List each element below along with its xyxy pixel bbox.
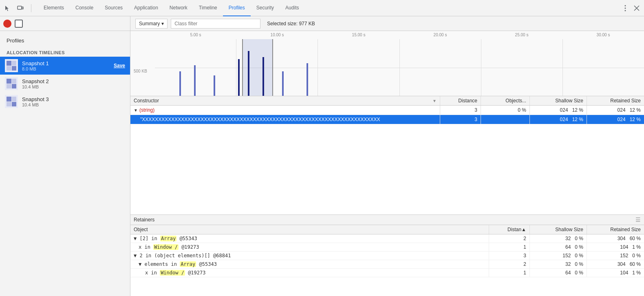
rtd-obj-4: ▼ elements in Array @55343 [130, 260, 489, 268]
rtd-prefix-5: x in [145, 270, 160, 276]
tl-2: 10.00 s [236, 33, 318, 37]
th-objects: Objects... [481, 96, 530, 105]
rtd-dist-5: 1 [489, 269, 530, 277]
class-filter-input[interactable] [171, 19, 260, 29]
profiles-title: Profiles [0, 34, 130, 47]
expand-arrow-string[interactable]: ▼ [134, 108, 138, 113]
rtd-highlight-1: Array [160, 236, 176, 241]
tab-console[interactable]: Console [70, 0, 99, 16]
rtd-retained-2: 104 1 % [587, 243, 644, 251]
devtools-topbar: Elements Console Sources Application Net… [0, 0, 644, 16]
snapshot1-icon [5, 59, 18, 72]
sidebar-item-snapshot1[interactable]: Snapshot 1 8.0 MB Save [0, 57, 130, 75]
bar-7 [282, 71, 284, 96]
separator [31, 4, 31, 12]
summary-label: Summary [139, 21, 160, 27]
td-retained-string-value: 024 12 % [587, 115, 644, 124]
panel-toolbar: Summary ▾ Selected size: 977 KB [130, 16, 644, 31]
tab-elements[interactable]: Elements [38, 0, 70, 16]
string-constructor-label: (string) [139, 107, 154, 113]
retainers-header: Retainers ☰ [130, 215, 644, 225]
snapshot1-save-button[interactable]: Save [114, 63, 125, 68]
more-options-icon[interactable] [621, 4, 629, 12]
selected-size-label: Selected size: 977 KB [267, 21, 315, 27]
cursor-icon[interactable] [3, 4, 11, 12]
rth-distance: Distan▲ [489, 225, 530, 234]
close-icon[interactable] [633, 4, 641, 12]
table-row-string-value[interactable]: "XXXXXXXXXXXXXXXXXXXXXXXXXXXXXXXXXXXXXXX… [130, 115, 644, 124]
rtd-obj-2: x in Window / @19273 [130, 243, 489, 251]
retainers-title: Retainers [134, 217, 154, 223]
bar-5-selected [248, 51, 249, 96]
tab-timeline[interactable]: Timeline [193, 0, 223, 16]
right-panel: Summary ▾ Selected size: 977 KB 500 KB [130, 16, 644, 296]
bar-6-selected [262, 57, 264, 96]
constructor-table-header: Constructor ▼ Distance Objects... Shallo… [130, 96, 644, 106]
sidebar-item-snapshot3[interactable]: Snapshot 3 10.4 MB [0, 93, 130, 110]
top-right-actions [621, 4, 641, 12]
sidebar-item-snapshot2[interactable]: Snapshot 2 10.4 MB [0, 75, 130, 93]
rtd-prefix-2: x in [139, 244, 153, 250]
svg-point-4 [625, 10, 626, 11]
retainer-row-4[interactable]: ▼ elements in Array @55343 2 32 0 % 304 … [130, 260, 644, 269]
svg-rect-0 [18, 6, 22, 9]
device-icon[interactable] [16, 4, 24, 12]
td-retained-string: 024 12 % [587, 106, 644, 115]
rtd-highlight-2: Window / [153, 244, 179, 250]
tl-4: 20.00 s [399, 33, 481, 37]
record-button[interactable] [3, 20, 11, 28]
snapshot1-info: Snapshot 1 8.0 MB [22, 60, 49, 71]
sidebar: Profiles ALLOCATION TIMELINES Snapshot 1… [0, 16, 130, 296]
svg-rect-1 [22, 7, 23, 9]
snapshot2-subtitle: 10.4 MB [22, 84, 49, 89]
nav-tabs: Elements Console Sources Application Net… [38, 0, 616, 16]
rtd-shallow-4: 32 0 % [530, 260, 587, 268]
rtd-prefix-1: ▼ [2] in [134, 236, 160, 241]
constructor-table-body: ▼ (string) 3 0 % 024 12 % 024 [130, 106, 644, 214]
rtd-suffix-2: @19273 [179, 244, 199, 250]
rtd-highlight-4: Array [180, 261, 196, 267]
tab-audits[interactable]: Audits [280, 0, 304, 16]
snapshot2-title: Snapshot 2 [22, 78, 49, 84]
summary-dropdown[interactable]: Summary ▾ [135, 19, 168, 29]
timeline-area[interactable]: 500 KB 5.00 s 10.00 s 15.00 s [130, 31, 644, 96]
tab-sources[interactable]: Sources [99, 0, 128, 16]
tl-3: 15.00 s [318, 33, 399, 37]
retainer-row-2[interactable]: x in Window / @19273 1 64 0 % 104 1 % [130, 243, 644, 252]
timeline-bars-container [155, 39, 644, 96]
svg-point-2 [625, 5, 626, 6]
snapshot2-info: Snapshot 2 10.4 MB [22, 78, 49, 89]
rtd-suffix-1: @55343 [176, 236, 197, 241]
snapshot3-info: Snapshot 3 10.4 MB [22, 96, 49, 107]
td-constructor-string-value: "XXXXXXXXXXXXXXXXXXXXXXXXXXXXXXXXXXXXXXX… [130, 115, 440, 124]
rtd-highlight-5: Window / [160, 270, 185, 276]
tab-security[interactable]: Security [251, 0, 280, 16]
rth-object: Object [130, 225, 489, 234]
tl-6: 30.00 s [562, 33, 644, 37]
th-distance: Distance [440, 96, 481, 105]
rtd-dist-1: 2 [489, 234, 530, 243]
snapshot1-subtitle: 8.0 MB [22, 66, 49, 71]
rtd-dist-3: 3 [489, 252, 530, 260]
td-shallow-string: 024 12 % [530, 106, 587, 115]
svg-point-3 [625, 7, 626, 9]
summary-dropdown-arrow: ▾ [161, 21, 164, 27]
snapshot3-subtitle: 10.4 MB [22, 102, 49, 107]
tab-application[interactable]: Application [128, 0, 164, 16]
bar-8 [307, 63, 308, 96]
tab-profiles[interactable]: Profiles [223, 0, 251, 16]
th-constructor: Constructor ▼ [130, 96, 440, 105]
retainer-row-5[interactable]: x in Window / @19273 1 64 0 % 104 1 % [130, 269, 644, 277]
table-row-string[interactable]: ▼ (string) 3 0 % 024 12 % 024 [130, 106, 644, 115]
rtd-obj-1: ▼ [2] in Array @55343 [130, 234, 489, 243]
tab-network[interactable]: Network [164, 0, 193, 16]
rtd-obj-5: x in Window / @19273 [130, 269, 489, 277]
filter-icon[interactable]: ▼ [432, 99, 437, 103]
rtd-retained-5: 104 1 % [587, 269, 644, 277]
stop-button[interactable] [15, 20, 23, 28]
string-value-label: "XXXXXXXXXXXXXXXXXXXXXXXXXXXXXXXXXXXXXXX… [140, 117, 380, 122]
retainer-row-1[interactable]: ▼ [2] in Array @55343 2 32 0 % 304 60 % [130, 234, 644, 243]
retainer-row-3[interactable]: ▼ 2 in (object elements)[] @68841 3 152 … [130, 252, 644, 260]
main-layout: Profiles ALLOCATION TIMELINES Snapshot 1… [0, 16, 644, 296]
sidebar-toolbar [0, 16, 130, 31]
